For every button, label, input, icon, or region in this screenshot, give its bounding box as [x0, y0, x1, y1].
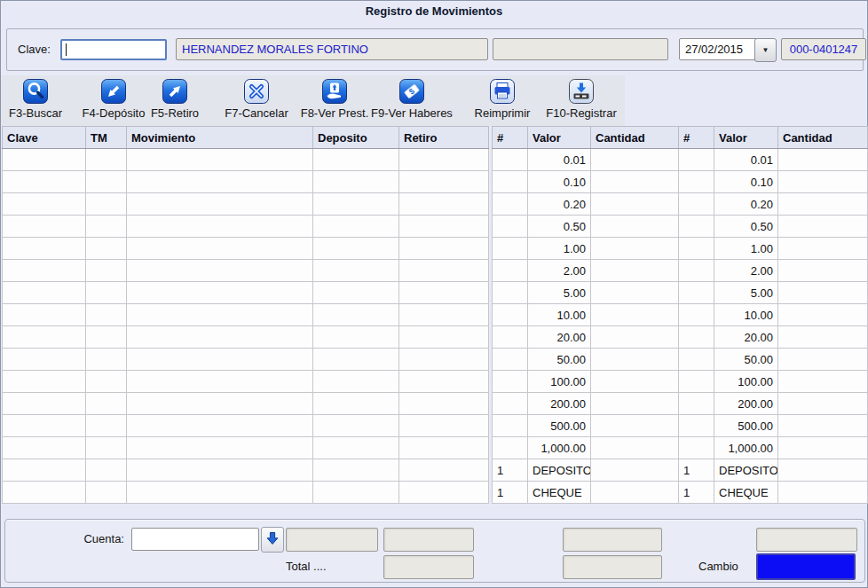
movement-cell[interactable]	[313, 415, 399, 437]
movement-cell[interactable]	[3, 171, 86, 193]
clave-input[interactable]	[60, 39, 167, 60]
movement-cell[interactable]	[86, 482, 127, 504]
instrument-cantidad-cell[interactable]	[778, 482, 868, 504]
movement-cell[interactable]	[313, 371, 399, 393]
denomination-cantidad-cell[interactable]	[778, 238, 868, 260]
movement-cell[interactable]	[399, 393, 489, 415]
cuenta-dropdown-button[interactable]	[261, 527, 284, 553]
movement-cell[interactable]	[3, 149, 86, 171]
denomination-cantidad-cell[interactable]	[778, 393, 868, 415]
movement-cell[interactable]	[3, 415, 86, 437]
movement-cell[interactable]	[3, 482, 86, 504]
movement-cell[interactable]	[127, 437, 313, 459]
instrument-cantidad-cell[interactable]	[591, 459, 679, 482]
denomination-cantidad-cell[interactable]	[591, 238, 679, 260]
denomination-cantidad-cell[interactable]	[591, 171, 679, 193]
denomination-count-cell[interactable]	[493, 415, 528, 437]
movement-cell[interactable]	[86, 459, 127, 482]
movement-cell[interactable]	[313, 193, 399, 216]
instrument-count-cell[interactable]: 1	[679, 482, 714, 504]
movement-cell[interactable]	[86, 437, 127, 459]
movement-cell[interactable]	[86, 260, 127, 282]
movement-cell[interactable]	[399, 349, 489, 371]
movement-cell[interactable]	[127, 371, 313, 393]
movement-cell[interactable]	[127, 171, 313, 193]
instrument-count-cell[interactable]: 1	[493, 482, 528, 504]
f5-retiro-button[interactable]: F5-Retiro	[149, 78, 201, 124]
denomination-cantidad-cell[interactable]	[591, 437, 679, 459]
denomination-cantidad-cell[interactable]	[778, 326, 868, 349]
date-dropdown-button[interactable]: ▼	[754, 38, 777, 62]
movement-cell[interactable]	[86, 193, 127, 216]
movement-cell[interactable]	[399, 238, 489, 260]
denomination-count-cell[interactable]	[679, 415, 714, 437]
denomination-count-cell[interactable]	[679, 437, 714, 459]
movement-cell[interactable]	[399, 482, 489, 504]
denomination-count-cell[interactable]	[493, 304, 528, 326]
movement-cell[interactable]	[86, 171, 127, 193]
movement-cell[interactable]	[3, 459, 86, 482]
movement-cell[interactable]	[399, 326, 489, 349]
denomination-count-cell[interactable]	[679, 216, 714, 238]
denomination-count-cell[interactable]	[679, 149, 714, 171]
denomination-cantidad-cell[interactable]	[778, 282, 868, 304]
denomination-cantidad-cell[interactable]	[778, 349, 868, 371]
movement-cell[interactable]	[399, 459, 489, 482]
movement-cell[interactable]	[127, 304, 313, 326]
movement-cell[interactable]	[86, 349, 127, 371]
denomination-count-cell[interactable]	[493, 282, 528, 304]
denomination-count-cell[interactable]	[679, 371, 714, 393]
movement-cell[interactable]	[313, 459, 399, 482]
movement-cell[interactable]	[313, 282, 399, 304]
movement-cell[interactable]	[313, 171, 399, 193]
denomination-count-cell[interactable]	[493, 437, 528, 459]
denomination-count-cell[interactable]	[493, 371, 528, 393]
movement-cell[interactable]	[127, 149, 313, 171]
movement-cell[interactable]	[3, 260, 86, 282]
denomination-count-cell[interactable]	[679, 171, 714, 193]
denomination-count-cell[interactable]	[493, 326, 528, 349]
movement-cell[interactable]	[3, 393, 86, 415]
f4-deposito-button[interactable]: F4-Depósito	[80, 78, 147, 124]
denomination-cantidad-cell[interactable]	[778, 415, 868, 437]
instrument-cantidad-cell[interactable]	[591, 482, 679, 504]
movement-cell[interactable]	[313, 482, 399, 504]
movement-cell[interactable]	[313, 216, 399, 238]
movement-cell[interactable]	[399, 149, 489, 171]
movement-cell[interactable]	[313, 149, 399, 171]
movement-cell[interactable]	[3, 304, 86, 326]
movement-cell[interactable]	[3, 349, 86, 371]
movement-cell[interactable]	[86, 326, 127, 349]
f8-ver-prest-button[interactable]: F8-Ver Prest.	[299, 78, 370, 124]
movement-cell[interactable]	[127, 459, 313, 482]
denomination-count-cell[interactable]	[493, 349, 528, 371]
denomination-cantidad-cell[interactable]	[591, 371, 679, 393]
denomination-count-cell[interactable]	[493, 149, 528, 171]
denomination-count-cell[interactable]	[493, 171, 528, 193]
denomination-count-cell[interactable]	[679, 193, 714, 216]
movement-cell[interactable]	[399, 171, 489, 193]
denomination-count-cell[interactable]	[679, 304, 714, 326]
movement-cell[interactable]	[86, 238, 127, 260]
denomination-count-cell[interactable]	[493, 393, 528, 415]
date-field[interactable]: 27/02/2015	[679, 38, 759, 60]
denomination-cantidad-cell[interactable]	[591, 282, 679, 304]
movement-cell[interactable]	[313, 260, 399, 282]
movement-cell[interactable]	[127, 482, 313, 504]
cambio-field[interactable]	[756, 553, 856, 580]
denomination-count-cell[interactable]	[679, 326, 714, 349]
denomination-cantidad-cell[interactable]	[591, 415, 679, 437]
movement-cell[interactable]	[399, 260, 489, 282]
movement-cell[interactable]	[127, 393, 313, 415]
f10-registrar-button[interactable]: F10-Registrar	[544, 78, 619, 124]
denomination-cantidad-cell[interactable]	[778, 149, 868, 171]
movement-cell[interactable]	[86, 304, 127, 326]
movement-cell[interactable]	[313, 238, 399, 260]
movement-cell[interactable]	[127, 238, 313, 260]
instrument-count-cell[interactable]: 1	[493, 459, 528, 482]
movement-cell[interactable]	[3, 193, 86, 216]
denomination-cantidad-cell[interactable]	[591, 260, 679, 282]
cuenta-input[interactable]	[131, 528, 259, 551]
movement-cell[interactable]	[127, 193, 313, 216]
movement-cell[interactable]	[399, 193, 489, 216]
